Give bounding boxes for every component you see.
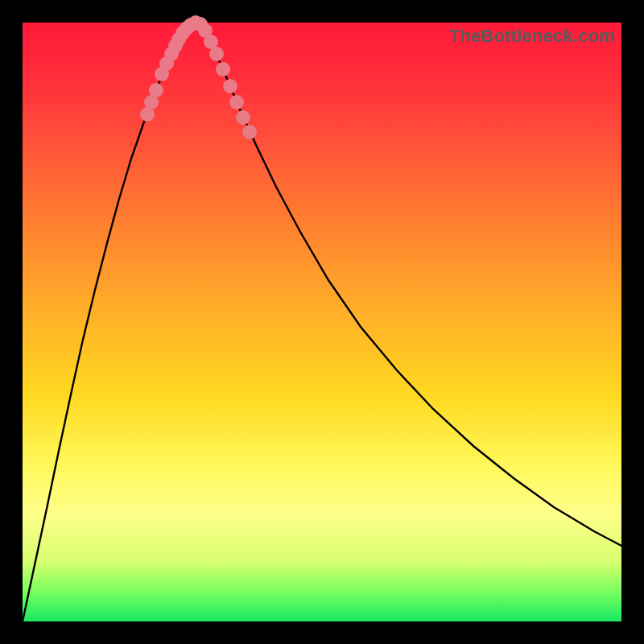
curve-layer <box>23 23 621 621</box>
right-branch-curve <box>198 23 621 546</box>
marker-point <box>223 79 237 93</box>
marker-point <box>216 62 230 76</box>
left-branch-curve <box>23 23 198 621</box>
marker-point <box>236 110 250 125</box>
plot-area: TheBottleneck.com <box>23 23 621 621</box>
marker-point <box>149 83 163 97</box>
highlight-markers <box>140 15 257 139</box>
marker-point <box>229 95 244 109</box>
marker-point <box>209 47 224 61</box>
marker-point <box>242 125 257 139</box>
chart-frame: TheBottleneck.com <box>0 0 644 644</box>
